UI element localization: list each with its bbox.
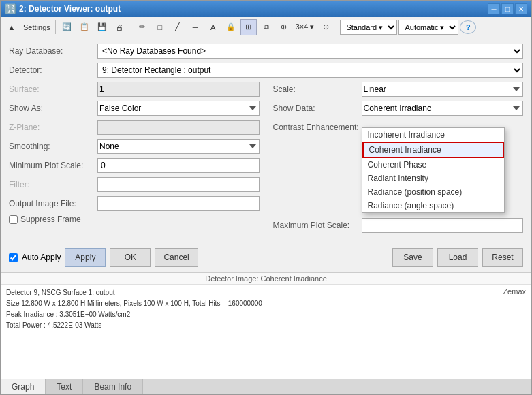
ok-button[interactable]: OK (110, 248, 151, 267)
z-plane-select[interactable] (97, 120, 260, 135)
tab-bar: Graph Text Beam Info (1, 379, 531, 394)
dropdown-item-incoherent[interactable]: Incoherent Irradiance (362, 128, 504, 142)
tab-text[interactable]: Text (46, 379, 83, 394)
show-as-select[interactable]: False Color (97, 101, 260, 116)
settings-chevron[interactable]: ▲ (3, 19, 20, 35)
save-button[interactable]: Save (392, 248, 433, 267)
refresh-button[interactable]: 🔄 (59, 19, 75, 35)
ray-database-row: Ray Database: <No Ray Databases Found> (9, 43, 523, 59)
load-button[interactable]: Load (437, 248, 478, 267)
preview-info: Detector 9, NSCG Surface 1: output Size … (1, 285, 531, 379)
left-column: Surface: 1 Show As: False Color (9, 81, 260, 236)
draw-tool[interactable]: ✏ (134, 19, 151, 35)
settings-label[interactable]: Settings (21, 19, 52, 35)
surface-select[interactable]: 1 (97, 82, 260, 97)
max-plot-label: Maximum Plot Scale: (273, 221, 362, 230)
detector-row: Detector: 9: Detector Rectangle : output (9, 62, 523, 78)
text-tool[interactable]: A (205, 19, 221, 35)
copy2-button[interactable]: ⧉ (258, 19, 275, 35)
tab-graph[interactable]: Graph (1, 379, 46, 394)
auto-apply-label: Auto Apply (22, 253, 61, 262)
form-section: Ray Database: <No Ray Databases Found> D… (1, 37, 531, 242)
add-button[interactable]: ⊕ (317, 19, 334, 35)
output-image-label: Output Image File: (9, 199, 97, 208)
contrast-label: Contrast Enhancement: (273, 123, 362, 132)
auto-apply-checkbox[interactable] (9, 253, 18, 262)
suppress-frame-label: Suppress Frame (20, 215, 81, 224)
automatic-dropdown[interactable]: Automatic ▾ (398, 20, 458, 35)
preview-content: Detector 9, NSCG Surface 1: output Size … (1, 285, 531, 379)
show-data-dropdown: Incoherent Irradiance Coherent Irradianc… (362, 127, 505, 213)
toolbar-sep-1 (55, 20, 56, 34)
dash-tool[interactable]: ─ (187, 19, 204, 35)
main-window: 🔢 2: Detector Viewer: output ─ □ ✕ ▲ Set… (0, 0, 532, 395)
show-data-row: Show Data: Coherent Irradianc (273, 100, 524, 116)
contrast-row: Contrast Enhancement: Incoherent Irradia… (273, 119, 524, 136)
preview-title: Detector Image: Coherent Irradiance (1, 273, 531, 285)
maximize-button[interactable]: □ (501, 3, 514, 14)
min-plot-row: Minimum Plot Scale: (9, 157, 260, 174)
dropdown-item-coherent-irradiance[interactable]: Coherent Irradiance (362, 142, 504, 158)
toolbar-sep-3 (337, 20, 337, 34)
scale-select[interactable]: Linear (362, 82, 524, 97)
right-column: Scale: Linear Show Data: Coherent Irradi… (273, 81, 524, 236)
filter-input[interactable] (97, 177, 260, 192)
title-bar-left: 🔢 2: Detector Viewer: output (5, 3, 121, 14)
tab-beam-info[interactable]: Beam Info (83, 379, 143, 394)
show-as-label: Show As: (9, 104, 97, 113)
show-as-row: Show As: False Color (9, 100, 260, 116)
rect-tool[interactable]: □ (152, 19, 168, 35)
window-title: 2: Detector Viewer: output (19, 4, 121, 14)
ray-database-label: Ray Database: (9, 46, 97, 56)
surface-label: Surface: (9, 84, 97, 94)
filter-label: Filter: (9, 180, 97, 189)
form-grid: Surface: 1 Show As: False Color (9, 81, 523, 236)
line-tool[interactable]: ╱ (170, 19, 186, 35)
preview-section: Detector Image: Coherent Irradiance Dete… (1, 272, 531, 379)
show-data-label: Show Data: (273, 104, 362, 113)
print-button[interactable]: 🖨 (112, 19, 128, 35)
layers-button[interactable]: ⊕ (276, 19, 292, 35)
lock-tool[interactable]: 🔒 (223, 19, 239, 35)
minimize-button[interactable]: ─ (488, 3, 500, 14)
standard-dropdown[interactable]: Standard ▾ (340, 20, 397, 35)
dropdown-item-radiance-position[interactable]: Radiance (position space) (362, 185, 504, 199)
reset-button[interactable]: Reset (482, 248, 523, 267)
output-image-input[interactable] (97, 196, 260, 211)
grid-label[interactable]: 3×4 ▾ (294, 19, 317, 35)
preview-info-line3: Peak Irradiance : 3.3051E+00 Watts/cm2 (6, 309, 526, 320)
show-data-select[interactable]: Coherent Irradianc (362, 101, 524, 116)
detector-select[interactable]: 9: Detector Rectangle : output (97, 63, 523, 78)
detector-label: Detector: (9, 65, 97, 75)
z-plane-label: Z-Plane: (9, 123, 97, 132)
smoothing-select[interactable]: None (97, 139, 260, 154)
min-plot-input[interactable] (97, 158, 260, 173)
max-plot-input[interactable] (362, 218, 524, 233)
save-image-button[interactable]: 💾 (94, 19, 110, 35)
apply-button[interactable]: Apply (65, 248, 106, 267)
dropdown-item-radiance-angle[interactable]: Radiance (angle space) (362, 199, 504, 212)
help-button[interactable]: ? (460, 20, 476, 34)
copy-button[interactable]: 📋 (76, 19, 93, 35)
scale-row: Scale: Linear (273, 81, 524, 97)
scale-label: Scale: (273, 84, 362, 94)
dropdown-item-coherent-phase[interactable]: Coherent Phase (362, 158, 504, 172)
dropdown-item-radiant-intensity[interactable]: Radiant Intensity (362, 172, 504, 185)
zemax-label: Zemax (503, 287, 526, 296)
preview-info-line1: Detector 9, NSCG Surface 1: output (6, 287, 526, 298)
close-button[interactable]: ✕ (515, 3, 527, 14)
button-row: Auto Apply Apply OK Cancel Save Load Res… (1, 242, 531, 272)
main-content: Ray Database: <No Ray Databases Found> D… (1, 37, 531, 394)
suppress-frame-row: Suppress Frame (9, 215, 260, 224)
z-plane-row: Z-Plane: (9, 119, 260, 136)
ray-database-select[interactable]: <No Ray Databases Found> (97, 44, 523, 59)
output-image-row: Output Image File: (9, 195, 260, 212)
title-bar: 🔢 2: Detector Viewer: output ─ □ ✕ (1, 1, 531, 17)
toolbar: ▲ Settings 🔄 📋 💾 🖨 ✏ □ ╱ ─ A 🔒 ⊞ ⧉ ⊕ 3×4… (1, 17, 531, 37)
window-icon: 🔢 (5, 3, 16, 14)
suppress-frame-checkbox[interactable] (9, 215, 18, 224)
min-plot-label: Minimum Plot Scale: (9, 161, 97, 170)
grid-view-button[interactable]: ⊞ (240, 19, 257, 35)
title-bar-controls: ─ □ ✕ (488, 3, 527, 14)
cancel-button[interactable]: Cancel (155, 248, 198, 267)
